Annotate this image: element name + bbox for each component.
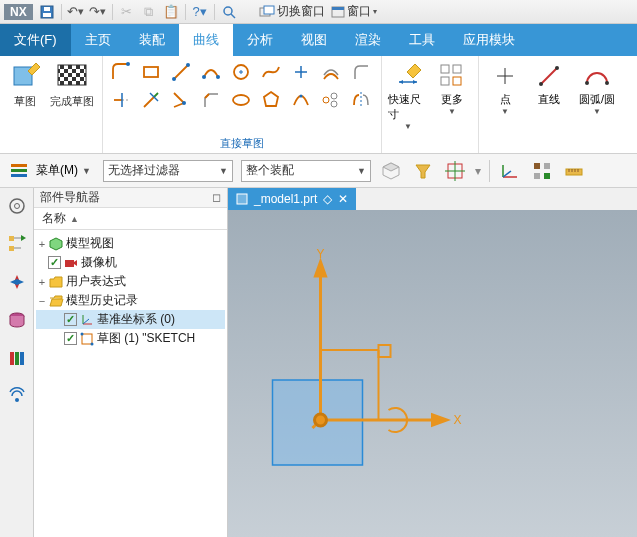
- conic-icon[interactable]: [289, 88, 313, 112]
- svg-point-41: [331, 101, 337, 107]
- pattern-icon[interactable]: [319, 88, 343, 112]
- tree-item-model-view[interactable]: + 模型视图: [36, 234, 225, 253]
- tab-file[interactable]: 文件(F): [0, 24, 71, 56]
- copy-icon[interactable]: ⧉: [141, 4, 157, 20]
- tab-assembly[interactable]: 装配: [125, 24, 179, 56]
- search-icon[interactable]: [221, 4, 237, 20]
- bookshelf-icon[interactable]: [5, 346, 29, 370]
- svg-rect-13: [58, 65, 86, 85]
- svg-rect-91: [20, 352, 24, 365]
- point-icon: [492, 60, 518, 92]
- arc-icon[interactable]: [199, 60, 223, 84]
- tree-item-user-expr[interactable]: + 用户表达式: [36, 272, 225, 291]
- viewport[interactable]: X Y: [228, 210, 637, 537]
- navigator-tree: + 模型视图 摄像机 + 用户表达式 − 模型历史记录: [34, 230, 227, 352]
- switch-window-button[interactable]: 切换窗口: [259, 3, 325, 20]
- axis-y-label: Y: [317, 247, 325, 261]
- sketch-button[interactable]: 草图: [6, 60, 44, 109]
- tab-view[interactable]: 视图: [287, 24, 341, 56]
- redo-icon[interactable]: ↷▾: [90, 4, 106, 20]
- finish-sketch-button[interactable]: 完成草图: [48, 60, 96, 109]
- panel-pin-icon[interactable]: ◻: [212, 191, 221, 204]
- svg-point-56: [585, 81, 589, 85]
- tree-item-history[interactable]: − 模型历史记录: [36, 291, 225, 310]
- point-tool-icon[interactable]: [289, 60, 313, 84]
- offset-curve-icon[interactable]: [319, 60, 343, 84]
- part-navigator-icon[interactable]: [5, 232, 29, 256]
- svg-rect-73: [544, 173, 550, 179]
- svg-rect-2: [44, 7, 50, 11]
- column-header-name[interactable]: 名称 ▲: [34, 208, 227, 230]
- trim-icon[interactable]: [109, 88, 133, 112]
- tree-item-camera[interactable]: 摄像机: [36, 253, 225, 272]
- selection-filter-combo[interactable]: 无选择过滤器▼: [103, 160, 233, 182]
- tab-analyze[interactable]: 分析: [233, 24, 287, 56]
- polygon-icon[interactable]: [259, 88, 283, 112]
- line-button[interactable]: 直线: [529, 60, 569, 116]
- line-2pt-icon[interactable]: [169, 60, 193, 84]
- tab-application[interactable]: 应用模块: [449, 24, 529, 56]
- ellipse-icon[interactable]: [229, 88, 253, 112]
- collapse-icon[interactable]: −: [36, 295, 48, 307]
- tab-close-icon[interactable]: ✕: [338, 192, 348, 206]
- svg-rect-49: [441, 77, 449, 85]
- measure-icon[interactable]: [562, 159, 586, 183]
- svg-rect-70: [534, 163, 540, 169]
- document-tab[interactable]: _model1.prt ◇ ✕: [228, 188, 356, 210]
- rectangle-icon[interactable]: [139, 60, 163, 84]
- ribbon-tabs: 文件(F) 主页 装配 曲线 分析 视图 渲染 工具 应用模块: [0, 24, 637, 56]
- more-button[interactable]: 更多 ▼: [432, 60, 472, 131]
- constraint-navigator-icon[interactable]: [5, 270, 29, 294]
- settings-gear-icon[interactable]: [5, 194, 29, 218]
- spline-icon[interactable]: [259, 60, 283, 84]
- tree-item-sketch[interactable]: 草图 (1) "SKETCH: [36, 329, 225, 348]
- chamfer-icon[interactable]: [199, 88, 223, 112]
- svg-line-29: [144, 97, 154, 107]
- direct-sketch-group-label[interactable]: 直接草图: [220, 136, 264, 151]
- corner-icon[interactable]: [169, 88, 193, 112]
- svg-rect-8: [332, 7, 344, 10]
- checkbox-icon[interactable]: [48, 256, 61, 269]
- paste-icon[interactable]: 📋: [163, 4, 179, 20]
- profile-icon[interactable]: [109, 60, 133, 84]
- expand-icon[interactable]: +: [36, 238, 48, 250]
- menu-button[interactable]: 菜单(M)▼: [6, 160, 95, 182]
- checkbox-icon[interactable]: [64, 332, 77, 345]
- svg-point-18: [186, 63, 190, 67]
- svg-point-3: [224, 7, 232, 15]
- mirror-icon[interactable]: [349, 88, 373, 112]
- tab-home[interactable]: 主页: [71, 24, 125, 56]
- svg-line-32: [174, 93, 184, 103]
- tab-tools[interactable]: 工具: [395, 24, 449, 56]
- wcs-icon[interactable]: [498, 159, 522, 183]
- assembly-nav-icon[interactable]: [530, 159, 554, 183]
- tab-curve[interactable]: 曲线: [179, 24, 233, 56]
- sel-crosshair-icon[interactable]: [443, 159, 467, 183]
- quick-dim-button[interactable]: 快速尺寸 ▼: [388, 60, 428, 131]
- extend-icon[interactable]: [139, 88, 163, 112]
- tree-item-datum-csys[interactable]: 基准坐标系 (0): [36, 310, 225, 329]
- svg-point-34: [182, 101, 186, 105]
- internet-icon[interactable]: [5, 384, 29, 408]
- undo-icon[interactable]: ↶▾: [68, 4, 84, 20]
- point-button[interactable]: 点 ▼: [485, 60, 525, 116]
- checkbox-icon[interactable]: [64, 313, 77, 326]
- arc-circle-button[interactable]: 圆弧/圆 ▼: [573, 60, 621, 116]
- svg-point-57: [605, 81, 609, 85]
- circle-icon[interactable]: [229, 60, 253, 84]
- reuse-library-icon[interactable]: [5, 308, 29, 332]
- window-menu-button[interactable]: 窗口 ▾: [331, 3, 377, 20]
- tab-render[interactable]: 渲染: [341, 24, 395, 56]
- selection-scope-combo[interactable]: 整个装配▼: [241, 160, 371, 182]
- sel-cube-icon[interactable]: [379, 159, 403, 183]
- svg-point-109: [315, 414, 327, 426]
- help-icon[interactable]: ?▾: [192, 4, 208, 20]
- title-bar: NX ↶▾ ↷▾ ✂ ⧉ 📋 ?▾ 切换窗口 窗口 ▾: [0, 0, 637, 24]
- svg-rect-58: [11, 164, 27, 167]
- cut-icon[interactable]: ✂: [119, 4, 135, 20]
- tab-pin-icon[interactable]: ◇: [323, 192, 332, 206]
- save-icon[interactable]: [39, 4, 55, 20]
- sel-filter-icon[interactable]: [411, 159, 435, 183]
- fillet-icon[interactable]: [349, 60, 373, 84]
- expand-icon[interactable]: +: [36, 276, 48, 288]
